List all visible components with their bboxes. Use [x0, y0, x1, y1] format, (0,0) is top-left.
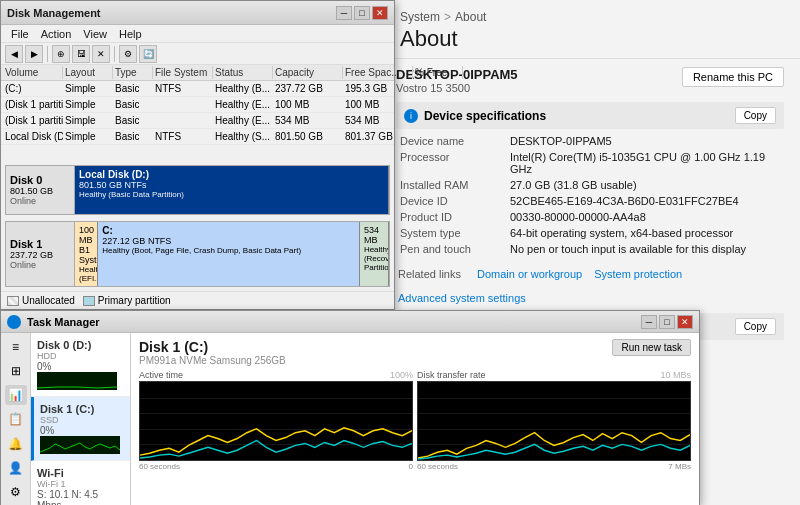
perf-item-wifi[interactable]: Wi-Fi Wi-Fi 1 S: 10.1 N: 4.5 Mbps [31, 461, 130, 505]
disk1-row: Disk 1 237.72 GB Online 100 MB B1 Syste.… [5, 221, 390, 287]
link-system-protection[interactable]: System protection [594, 268, 682, 280]
task-mgr-maximize-button[interactable]: □ [659, 315, 675, 329]
close-button[interactable]: ✕ [372, 6, 388, 20]
menu-help[interactable]: Help [113, 28, 148, 40]
disk1-c-name: C: [102, 225, 355, 236]
disk1-partitions: 100 MB B1 Syste... Healthy (EFI...) C: 2… [75, 221, 390, 287]
disk-table-row-1[interactable]: (Disk 1 partition 1) Simple Basic Health… [1, 97, 394, 113]
settings-header: System > About About [380, 0, 800, 59]
transfer-rate-labels: 60 seconds 7 MBs [417, 462, 691, 471]
spec-label: System type [396, 225, 506, 241]
time-label-60s: 60 seconds [139, 462, 180, 471]
perf-charts-container: Active time 100% [139, 370, 691, 471]
disk0-partition-d[interactable]: Local Disk (D:) 801.50 GB NTFs Healthy (… [75, 166, 389, 214]
spec-row-2: Installed RAM27.0 GB (31.8 GB usable) [396, 177, 784, 193]
copy-specs-button[interactable]: Copy [735, 107, 776, 124]
run-new-task-button[interactable]: Run new task [612, 339, 691, 356]
disk-table-header: Volume Layout Type File System Status Ca… [1, 65, 394, 81]
perf-disk0-mini-chart [37, 372, 117, 390]
info-icon: i [404, 109, 418, 123]
disk1-size: 237.72 GB [10, 250, 70, 260]
link-advanced[interactable]: Advanced system settings [398, 292, 526, 304]
cell-layout: Simple [63, 82, 113, 95]
disk-table-row-0[interactable]: (C:) Simple Basic NTFS Healthy (B... 237… [1, 81, 394, 97]
menu-view[interactable]: View [77, 28, 113, 40]
minimize-button[interactable]: ─ [336, 6, 352, 20]
toolbar-btn-3[interactable]: ⊕ [52, 45, 70, 63]
sidebar-icon-details[interactable]: ⚙ [5, 482, 27, 502]
toolbar-sep-1 [47, 46, 48, 62]
cell-type: Basic [113, 82, 153, 95]
task-mgr-close-button[interactable]: ✕ [677, 315, 693, 329]
active-time-svg [140, 382, 412, 460]
col-freespace[interactable]: Free Spac... [343, 66, 413, 79]
toolbar-btn-4[interactable]: 🖫 [72, 45, 90, 63]
perf-main-model: PM991a NVMe Samsung 256GB [139, 355, 286, 366]
disk-table-row-3[interactable]: Local Disk (D:) Simple Basic NTFS Health… [1, 129, 394, 145]
toolbar-btn-1[interactable]: ◀ [5, 45, 23, 63]
transfer-rate-label: Disk transfer rate [417, 370, 486, 380]
perf-item-disk1[interactable]: Disk 1 (C:) SSD 0% [31, 397, 130, 461]
maximize-button[interactable]: □ [354, 6, 370, 20]
col-capacity[interactable]: Capacity [273, 66, 343, 79]
copy-windows-spec-button[interactable]: Copy [735, 318, 776, 335]
legend-unallocated: Unallocated [7, 295, 75, 306]
spec-row-1: ProcessorIntel(R) Core(TM) i5-1035G1 CPU… [396, 149, 784, 177]
breadcrumb-system[interactable]: System [400, 10, 440, 24]
toolbar-btn-5[interactable]: ✕ [92, 45, 110, 63]
perf-wifi-name: Wi-Fi [37, 467, 124, 479]
disk0-part-status: Healthy (Basic Data Partition) [79, 190, 384, 199]
sidebar-icon-users[interactable]: 👤 [5, 458, 27, 478]
spec-value: 52CBE465-E169-4C3A-B6D0-E031FFC27BE4 [506, 193, 784, 209]
menu-action[interactable]: Action [35, 28, 78, 40]
cell-status: Healthy (S... [213, 130, 273, 143]
titlebar-controls: ─ □ ✕ [336, 6, 388, 20]
spec-label: Pen and touch [396, 241, 506, 257]
cell-volume: Local Disk (D:) [3, 130, 63, 143]
unallocated-swatch [7, 296, 19, 306]
disk1-partition-recovery[interactable]: 534 MB Healthy (Recovery Partition) [360, 222, 389, 286]
sidebar-icon-processes[interactable]: ⊞ [5, 361, 27, 381]
task-mgr-minimize-button[interactable]: ─ [641, 315, 657, 329]
toolbar-btn-2[interactable]: ▶ [25, 45, 43, 63]
perf-main-title: Disk 1 (C:) [139, 339, 286, 355]
col-status[interactable]: Status [213, 66, 273, 79]
cell-free: 100 MB [343, 98, 394, 111]
col-volume[interactable]: Volume [3, 66, 63, 79]
sidebar-icon-startup[interactable]: 🔔 [5, 434, 27, 454]
disk1-efi-type: B1 Syste... [79, 245, 93, 265]
disk-table-row-2[interactable]: (Disk 1 partition 2) Simple Basic Health… [1, 113, 394, 129]
cell-free: 195.3 GB [343, 82, 394, 95]
link-domain[interactable]: Domain or workgroup [477, 268, 582, 280]
perf-disk0-sub: HDD [37, 351, 124, 361]
perf-disk0-val: 0% [37, 361, 124, 372]
col-layout[interactable]: Layout [63, 66, 113, 79]
task-mgr-titlebar-controls: ─ □ ✕ [641, 315, 693, 329]
spec-label: Installed RAM [396, 177, 506, 193]
disk0-size: 801.50 GB [10, 186, 70, 196]
col-pctfree[interactable]: % Free [413, 66, 463, 79]
menu-file[interactable]: File [5, 28, 35, 40]
cell-fs: NTFS [153, 82, 213, 95]
sidebar-icon-app-history[interactable]: 📋 [5, 409, 27, 429]
sidebar-icon-menu[interactable]: ≡ [5, 337, 27, 357]
sidebar-icon-performance[interactable]: 📊 [5, 385, 27, 405]
col-type[interactable]: Type [113, 66, 153, 79]
disk1-partition-c[interactable]: C: 227.12 GB NTFS Healthy (Boot, Page Fi… [98, 222, 360, 286]
perf-item-disk0[interactable]: Disk 0 (D:) HDD 0% [31, 333, 130, 397]
active-time-value: 100% [390, 370, 413, 380]
cell-volume: (C:) [3, 82, 63, 95]
cell-fs [153, 98, 213, 111]
disk1-type: Online [10, 260, 70, 270]
cell-volume: (Disk 1 partition 2) [3, 114, 63, 127]
breadcrumb-arrow: > [444, 10, 451, 24]
task-mgr-icon [7, 315, 21, 329]
perf-disk1-mini-chart [40, 436, 120, 454]
rename-pc-button[interactable]: Rename this PC [682, 67, 784, 87]
toolbar-btn-7[interactable]: 🔄 [139, 45, 157, 63]
toolbar-btn-6[interactable]: ⚙ [119, 45, 137, 63]
spec-row-3: Device ID52CBE465-E169-4C3A-B6D0-E031FFC… [396, 193, 784, 209]
disk1-partition-efi[interactable]: 100 MB B1 Syste... Healthy (EFI...) [75, 222, 98, 286]
col-fs[interactable]: File System [153, 66, 213, 79]
specs-table: Device nameDESKTOP-0IPPAM5ProcessorIntel… [396, 133, 784, 257]
